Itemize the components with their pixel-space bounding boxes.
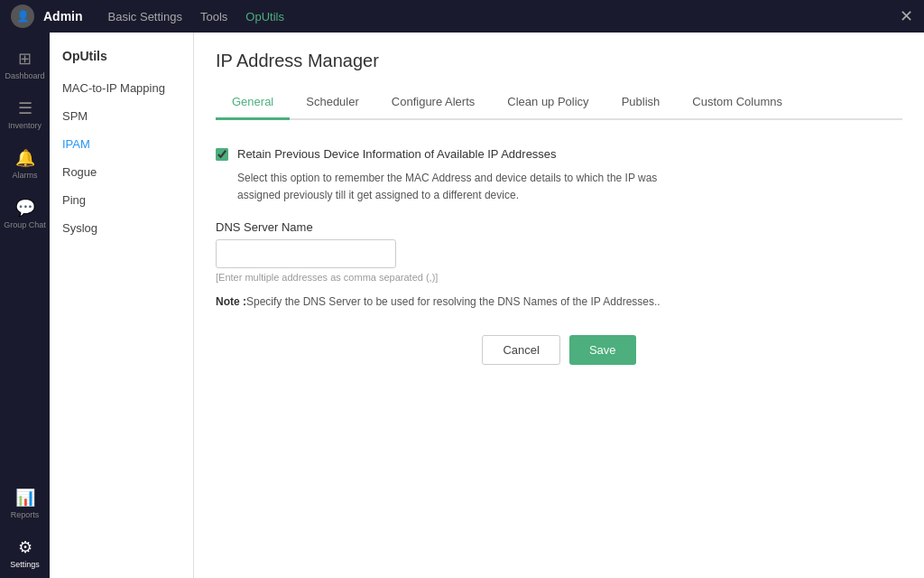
save-button[interactable]: Save — [569, 335, 636, 365]
sidebar-label-groupchat: Group Chat — [4, 220, 46, 229]
left-nav-ping[interactable]: Ping — [50, 186, 193, 214]
groupchat-icon: 💬 — [15, 198, 35, 218]
sidebar-label-dashboard: Dashboard — [5, 71, 44, 80]
dashboard-icon: ⊞ — [18, 49, 32, 69]
dns-hint: [Enter multiple addresses as comma separ… — [216, 272, 902, 283]
left-nav-rogue[interactable]: Rogue — [50, 158, 193, 186]
nav-oputils[interactable]: OpUtils — [245, 10, 284, 23]
reports-icon: 📊 — [15, 488, 35, 508]
user-avatar[interactable]: 👤 — [11, 5, 34, 28]
dns-input[interactable] — [216, 239, 396, 268]
dns-field-label: DNS Server Name — [216, 220, 902, 234]
tab-configure-alerts[interactable]: Configure Alerts — [375, 86, 492, 120]
alarms-icon: 🔔 — [15, 148, 35, 168]
left-nav-mac-to-ip[interactable]: MAC-to-IP Mapping — [50, 74, 193, 102]
top-nav: Basic Settings Tools OpUtils — [108, 10, 900, 23]
sidebar-item-settings[interactable]: ⚙ Settings — [0, 528, 50, 578]
topbar: 👤 Admin Basic Settings Tools OpUtils ✕ — [0, 0, 924, 33]
tab-custom-columns[interactable]: Custom Columns — [676, 86, 799, 120]
sidebar-bottom: 📊 Reports ⚙ Settings — [0, 479, 50, 578]
main-layout: ⊞ Dashboard ☰ Inventory 🔔 Alarms 💬 Group… — [0, 33, 924, 578]
form-section: Retain Previous Device Information of Av… — [216, 138, 902, 374]
left-nav-ipam[interactable]: IPAM — [50, 130, 193, 158]
sidebar-label-settings: Settings — [10, 560, 40, 569]
sidebar-item-groupchat[interactable]: 💬 Group Chat — [0, 189, 50, 238]
note-text: Note :Specify the DNS Server to be used … — [216, 295, 902, 308]
tab-general[interactable]: General — [216, 86, 290, 120]
sidebar-label-alarms: Alarms — [12, 171, 37, 180]
settings-icon: ⚙ — [18, 537, 32, 557]
inventory-icon: ☰ — [18, 98, 32, 118]
note-content: Specify the DNS Server to be used for re… — [246, 295, 661, 308]
nav-basic-settings[interactable]: Basic Settings — [108, 10, 182, 23]
left-panel-title: OpUtils — [50, 42, 193, 74]
sidebar-item-inventory[interactable]: ☰ Inventory — [0, 89, 50, 139]
retain-info-checkbox[interactable] — [216, 148, 228, 161]
sidebar-item-reports[interactable]: 📊 Reports — [0, 479, 50, 528]
close-icon[interactable]: ✕ — [900, 6, 913, 26]
sidebar: ⊞ Dashboard ☰ Inventory 🔔 Alarms 💬 Group… — [0, 33, 50, 578]
left-nav-spm[interactable]: SPM — [50, 102, 193, 130]
tabs-bar: General Scheduler Configure Alerts Clean… — [216, 86, 902, 120]
left-panel: OpUtils MAC-to-IP Mapping SPM IPAM Rogue… — [50, 33, 194, 578]
left-nav-syslog[interactable]: Syslog — [50, 214, 193, 242]
sidebar-item-dashboard[interactable]: ⊞ Dashboard — [0, 40, 50, 89]
cancel-button[interactable]: Cancel — [482, 335, 559, 365]
nav-tools[interactable]: Tools — [200, 10, 227, 23]
sidebar-label-reports: Reports — [11, 510, 40, 519]
retain-info-row: Retain Previous Device Information of Av… — [216, 147, 902, 161]
app-title: Admin — [43, 9, 83, 23]
tab-scheduler[interactable]: Scheduler — [290, 86, 375, 120]
sidebar-item-alarms[interactable]: 🔔 Alarms — [0, 139, 50, 189]
content-area: IP Address Manager General Scheduler Con… — [194, 33, 924, 578]
tab-cleanup-policy[interactable]: Clean up Policy — [491, 86, 605, 120]
page-title: IP Address Manager — [216, 51, 902, 71]
tab-publish[interactable]: Publish — [605, 86, 677, 120]
retain-info-description: Select this option to remember the MAC A… — [237, 170, 688, 204]
sidebar-label-inventory: Inventory — [8, 121, 42, 130]
retain-info-label: Retain Previous Device Information of Av… — [237, 147, 557, 161]
button-row: Cancel Save — [216, 335, 902, 365]
